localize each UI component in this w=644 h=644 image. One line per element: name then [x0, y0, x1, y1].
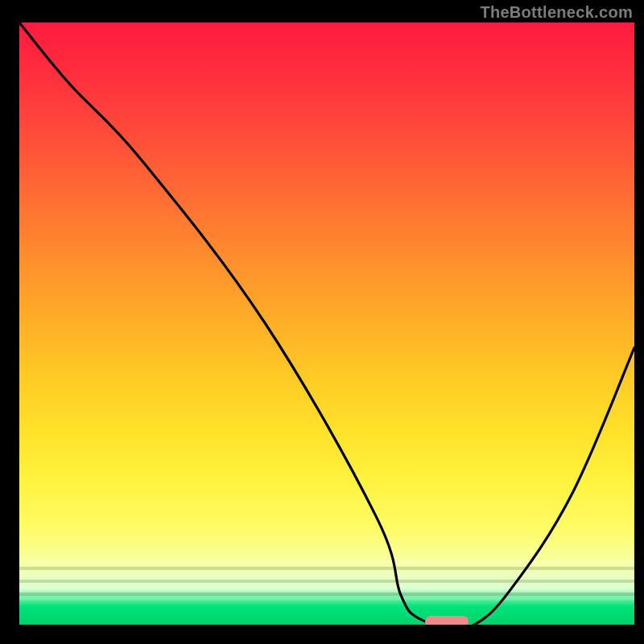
optimal-marker [425, 616, 468, 625]
chart-frame [10, 23, 634, 634]
plot-area [19, 23, 634, 625]
watermark-text: TheBottleneck.com [480, 3, 633, 22]
bottleneck-curve [19, 23, 634, 625]
